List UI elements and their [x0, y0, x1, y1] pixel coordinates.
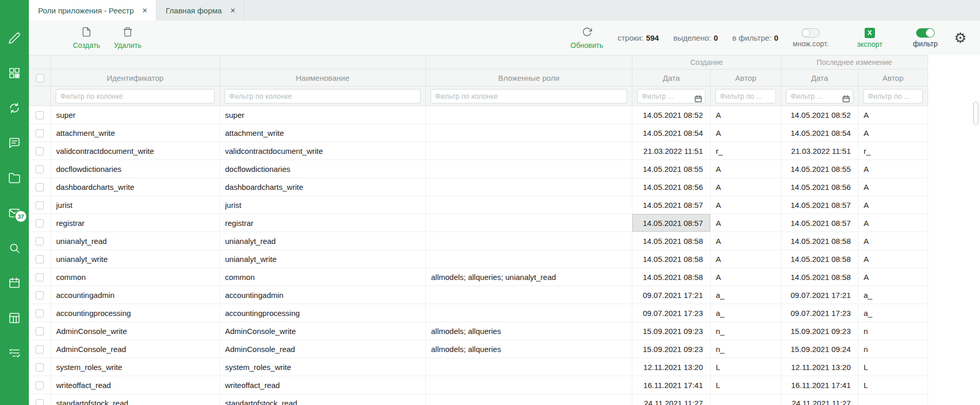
- cell-name[interactable]: standartofstock_read: [220, 394, 426, 405]
- checklist-icon[interactable]: [8, 347, 21, 359]
- cell-created-date[interactable]: 14.05.2021 08:54: [632, 124, 711, 142]
- created-author-filter-input[interactable]: [715, 89, 776, 103]
- cell-modified-date[interactable]: 14.05.2021 08:58: [781, 250, 858, 268]
- cell-modified-date[interactable]: 09.07.2021 17:21: [781, 286, 858, 304]
- cell-modified-author[interactable]: A: [858, 268, 928, 286]
- table-row[interactable]: standartofstock_read standartofstock_rea…: [29, 394, 928, 405]
- cell-created-date[interactable]: 14.05.2021 08:57: [632, 196, 711, 214]
- cell-created-author[interactable]: a_: [711, 286, 781, 304]
- row-checkbox[interactable]: [36, 309, 44, 318]
- cell-name[interactable]: dashboardcharts_write: [220, 178, 426, 196]
- close-icon[interactable]: ✕: [142, 7, 148, 14]
- cell-modified-author[interactable]: A: [858, 232, 928, 250]
- cell-identifier[interactable]: accountingadmin: [51, 286, 220, 304]
- export-button[interactable]: X экспорт: [855, 28, 884, 48]
- cell-name[interactable]: unianalyt_write: [220, 250, 426, 268]
- cell-created-author[interactable]: A: [711, 214, 781, 232]
- row-checkbox[interactable]: [36, 327, 44, 336]
- cell-created-date[interactable]: 24.11.2021 11:27: [632, 394, 711, 405]
- refresh-button[interactable]: Обновить: [571, 27, 603, 49]
- table-row[interactable]: attachment_write attachment_write 14.05.…: [29, 124, 928, 142]
- cell-name[interactable]: common: [220, 268, 426, 286]
- cell-created-author[interactable]: A: [711, 178, 781, 196]
- cell-modified-author[interactable]: A: [858, 196, 928, 214]
- create-button[interactable]: Создать: [72, 27, 101, 49]
- table-icon[interactable]: [8, 312, 21, 324]
- tab-main-form[interactable]: Главная форма ✕: [157, 0, 245, 21]
- table-row[interactable]: dashboardcharts_write dashboardcharts_wr…: [29, 178, 928, 196]
- cell-nested-roles[interactable]: [426, 178, 632, 196]
- row-checkbox[interactable]: [36, 345, 44, 354]
- cell-modified-author[interactable]: L: [858, 358, 928, 376]
- row-checkbox[interactable]: [36, 219, 44, 227]
- calendar-picker-icon[interactable]: [842, 95, 850, 103]
- row-checkbox[interactable]: [36, 237, 44, 245]
- cell-modified-date[interactable]: 14.05.2021 08:56: [781, 178, 858, 196]
- cell-identifier[interactable]: super: [51, 106, 220, 124]
- multisort-toggle[interactable]: [801, 28, 820, 38]
- cell-modified-author[interactable]: A: [858, 106, 928, 124]
- cell-modified-date[interactable]: 14.05.2021 08:52: [781, 106, 858, 124]
- cell-identifier[interactable]: validcontractdocument_write: [51, 142, 220, 160]
- table-row[interactable]: accountingadmin accountingadmin 09.07.20…: [29, 286, 928, 304]
- nested-roles-filter-input[interactable]: [431, 89, 627, 103]
- close-icon[interactable]: ✕: [230, 7, 236, 14]
- filter-toggle[interactable]: [916, 28, 935, 38]
- tab-roles-registry[interactable]: Роли приложения - Реестр ✕: [29, 0, 157, 21]
- cell-modified-author[interactable]: A: [858, 250, 928, 268]
- cell-modified-date[interactable]: 21.03.2022 11:51: [781, 142, 858, 160]
- calendar-picker-icon[interactable]: [694, 95, 702, 103]
- cell-created-author[interactable]: a_: [711, 304, 781, 322]
- cell-modified-date[interactable]: 16.11.2021 17:41: [781, 376, 858, 394]
- cell-created-author[interactable]: n_: [711, 322, 781, 340]
- cell-created-date[interactable]: 14.05.2021 08:58: [632, 268, 711, 286]
- cell-modified-author[interactable]: A: [858, 214, 928, 232]
- folder-icon[interactable]: [8, 172, 21, 184]
- cell-nested-roles[interactable]: [426, 124, 632, 142]
- cell-created-author[interactable]: A: [711, 232, 781, 250]
- cell-nested-roles[interactable]: [426, 250, 632, 268]
- table-row[interactable]: validcontractdocument_write validcontrac…: [29, 142, 928, 160]
- row-checkbox[interactable]: [36, 165, 44, 173]
- cell-nested-roles[interactable]: [426, 358, 632, 376]
- table-row[interactable]: registrar registrar 14.05.2021 08:57 A 1…: [29, 214, 928, 232]
- cell-created-date[interactable]: 14.05.2021 08:58: [632, 250, 711, 268]
- row-checkbox[interactable]: [36, 111, 44, 119]
- cell-identifier[interactable]: jurist: [51, 196, 220, 214]
- cell-modified-date[interactable]: 24.11.2021 11:27: [781, 394, 858, 405]
- cell-nested-roles[interactable]: [426, 394, 632, 405]
- cell-name[interactable]: unianalyt_read: [220, 232, 426, 250]
- filter-control[interactable]: фильтр: [911, 28, 940, 48]
- cell-created-date[interactable]: 14.05.2021 08:55: [632, 160, 711, 178]
- cell-nested-roles[interactable]: [426, 304, 632, 322]
- cell-nested-roles[interactable]: [426, 376, 632, 394]
- cell-modified-date[interactable]: 14.05.2021 08:55: [781, 160, 858, 178]
- gear-icon[interactable]: ⚙: [954, 31, 967, 45]
- column-header-created-author[interactable]: Автор: [711, 69, 781, 86]
- cell-created-author[interactable]: L: [711, 358, 781, 376]
- table-row[interactable]: accountingprocessing accountingprocessin…: [29, 304, 928, 322]
- table-row[interactable]: unianalyt_write unianalyt_write 14.05.20…: [29, 250, 928, 268]
- cell-created-author[interactable]: A: [711, 160, 781, 178]
- cell-created-date[interactable]: 16.11.2021 17:41: [632, 376, 711, 394]
- column-header-name[interactable]: Наименование: [220, 69, 426, 86]
- cell-nested-roles[interactable]: [426, 196, 632, 214]
- sync-icon[interactable]: [8, 102, 21, 114]
- column-header-created-date[interactable]: Дата: [632, 69, 711, 86]
- identifier-filter-input[interactable]: [56, 89, 215, 103]
- cell-modified-author[interactable]: L: [858, 376, 928, 394]
- cell-modified-date[interactable]: 14.05.2021 08:54: [781, 124, 858, 142]
- name-filter-input[interactable]: [225, 89, 421, 103]
- cell-modified-date[interactable]: 14.05.2021 08:58: [781, 268, 858, 286]
- cell-created-author[interactable]: [711, 394, 781, 405]
- column-header-modified-date[interactable]: Дата: [781, 69, 858, 86]
- row-checkbox[interactable]: [36, 255, 44, 263]
- cell-nested-roles[interactable]: [426, 142, 632, 160]
- cell-created-author[interactable]: A: [711, 196, 781, 214]
- column-header-nested-roles[interactable]: Вложенные роли: [426, 69, 632, 86]
- cell-name[interactable]: docflowdictionaries: [220, 160, 426, 178]
- search-icon[interactable]: [8, 242, 21, 254]
- cell-created-author[interactable]: A: [711, 106, 781, 124]
- vertical-scrollbar-thumb[interactable]: [973, 101, 978, 125]
- cell-name[interactable]: AdminConsole_read: [220, 340, 426, 358]
